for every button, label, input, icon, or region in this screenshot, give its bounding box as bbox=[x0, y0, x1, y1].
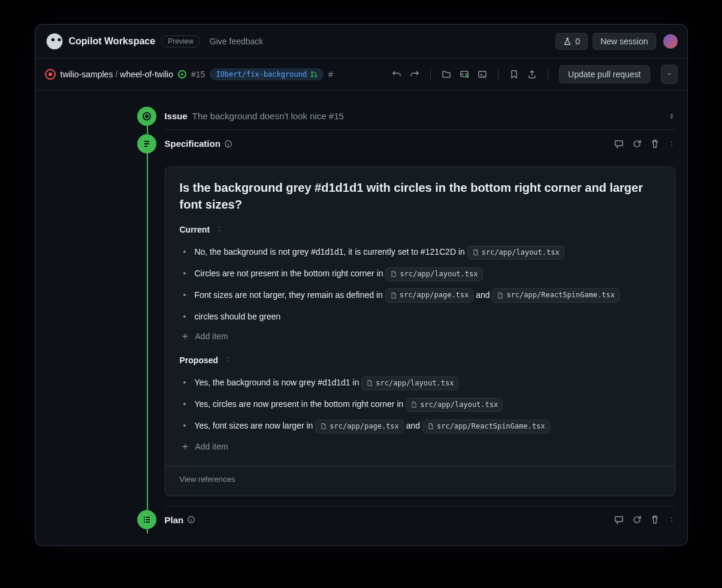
plan-bullet-icon bbox=[137, 510, 156, 529]
spec-question: Is the background grey #d1d1d1 with circ… bbox=[180, 179, 660, 213]
chevron-down-icon bbox=[666, 71, 672, 77]
list-item[interactable]: Circles are not present in the bottom ri… bbox=[180, 263, 660, 285]
current-label: Current bbox=[180, 225, 210, 234]
step-issue: Issue The background doesn't look nice #… bbox=[155, 102, 675, 130]
timeline-rail bbox=[147, 112, 148, 533]
feedback-link[interactable]: Give feedback bbox=[210, 37, 264, 46]
spec-label: Specification bbox=[165, 138, 220, 149]
terminal-button[interactable] bbox=[478, 70, 487, 79]
share-button[interactable] bbox=[527, 70, 537, 79]
step-plan: Plan bbox=[155, 506, 675, 533]
new-session-button[interactable]: New session bbox=[593, 33, 655, 50]
issue-number[interactable]: #15 bbox=[191, 70, 205, 79]
drag-handle[interactable] bbox=[668, 113, 675, 120]
file-chip[interactable]: src/app/page.tsx bbox=[315, 420, 404, 433]
drag-handle[interactable] bbox=[668, 139, 675, 149]
proposed-list: Yes, the background is now grey #d1d1d1 … bbox=[180, 372, 660, 437]
info-icon[interactable] bbox=[224, 140, 232, 148]
view-references-link[interactable]: View references bbox=[165, 466, 675, 484]
copilot-logo-icon bbox=[45, 32, 64, 51]
update-pr-button[interactable]: Update pull request bbox=[559, 65, 650, 83]
file-chip[interactable]: src/app/layout.tsx bbox=[385, 267, 482, 281]
app-window: Copilot Workspace Preview Give feedback … bbox=[35, 24, 688, 546]
context-bar: twilio-samples/wheel-of-twilio #15 IOber… bbox=[35, 59, 687, 91]
current-list: No, the background is not grey #d1d1d1, … bbox=[180, 242, 660, 327]
svg-point-0 bbox=[312, 72, 313, 74]
file-chip[interactable]: src/app/layout.tsx bbox=[406, 398, 503, 412]
plan-label: Plan bbox=[165, 515, 184, 525]
list-item[interactable]: Yes, circles are now present in the bott… bbox=[180, 394, 660, 415]
undo-button[interactable] bbox=[392, 70, 401, 79]
file-chip[interactable]: src/app/layout.tsx bbox=[361, 376, 458, 390]
codespace-button[interactable] bbox=[460, 70, 469, 79]
info-icon[interactable] bbox=[187, 515, 195, 524]
content-area: Issue The background doesn't look nice #… bbox=[35, 91, 687, 545]
drag-handle[interactable] bbox=[216, 225, 223, 234]
add-item-label: Add item bbox=[195, 442, 228, 451]
step-specification: Specification Is the background grey #d1… bbox=[155, 130, 675, 506]
breadcrumb-repo[interactable]: wheel-of-twilio bbox=[120, 70, 173, 79]
file-chip[interactable]: src/app/page.tsx bbox=[385, 288, 474, 302]
add-item-label: Add item bbox=[195, 331, 228, 341]
comment-button[interactable] bbox=[614, 139, 624, 149]
svg-point-7 bbox=[146, 115, 148, 117]
delete-button[interactable] bbox=[650, 515, 660, 524]
spec-card: Is the background grey #d1d1d1 with circ… bbox=[165, 167, 675, 496]
file-chip[interactable]: src/app/ReactSpinGame.tsx bbox=[422, 420, 550, 433]
list-item[interactable]: No, the background is not grey #d1d1d1, … bbox=[180, 242, 660, 263]
file-chip[interactable]: src/app/ReactSpinGame.tsx bbox=[492, 288, 620, 302]
proposed-section: Proposed Yes, the background is now grey… bbox=[180, 355, 660, 454]
preview-badge: Preview bbox=[161, 35, 200, 47]
breadcrumb[interactable]: twilio-samples/wheel-of-twilio bbox=[61, 70, 174, 79]
issue-icon bbox=[45, 69, 56, 80]
list-item[interactable]: circles should be green bbox=[180, 306, 660, 327]
current-section: Current No, the background is not grey #… bbox=[180, 225, 660, 343]
proposed-label: Proposed bbox=[180, 355, 219, 365]
svg-point-1 bbox=[312, 76, 313, 77]
drag-handle[interactable] bbox=[224, 356, 231, 365]
list-item[interactable]: Yes, the background is now grey #d1d1d1 … bbox=[180, 372, 660, 394]
add-item-button[interactable]: Add item bbox=[180, 327, 660, 343]
comment-button[interactable] bbox=[614, 515, 624, 524]
toolbar: Update pull request bbox=[392, 65, 677, 84]
svg-point-4 bbox=[466, 76, 469, 78]
file-chip[interactable]: src/app/layout.tsx bbox=[467, 246, 564, 260]
status-open-icon bbox=[178, 70, 186, 79]
update-pr-dropdown[interactable] bbox=[661, 65, 678, 84]
issue-label: Issue bbox=[165, 111, 188, 121]
folder-button[interactable] bbox=[442, 70, 451, 79]
app-title: Copilot Workspace bbox=[69, 36, 156, 47]
issue-bullet-icon bbox=[137, 107, 156, 126]
plus-icon bbox=[181, 442, 189, 451]
drag-handle[interactable] bbox=[668, 515, 675, 524]
experiments-count: 0 bbox=[575, 37, 580, 46]
svg-rect-5 bbox=[479, 71, 486, 77]
list-item[interactable]: Yes, font sizes are now larger in src/ap… bbox=[180, 415, 660, 437]
svg-point-2 bbox=[315, 76, 317, 77]
hash-input[interactable]: # bbox=[328, 70, 333, 79]
refresh-button[interactable] bbox=[632, 139, 642, 149]
spec-bullet-icon bbox=[137, 134, 156, 153]
breadcrumb-owner[interactable]: twilio-samples bbox=[61, 70, 113, 79]
list-item[interactable]: Font sizes are not larger, they remain a… bbox=[180, 285, 660, 306]
user-avatar[interactable] bbox=[663, 34, 678, 49]
redo-button[interactable] bbox=[410, 70, 419, 79]
plus-icon bbox=[181, 332, 189, 340]
branch-name: IObert/fix-background bbox=[216, 70, 307, 79]
flask-icon bbox=[563, 37, 572, 46]
timeline: Issue The background doesn't look nice #… bbox=[155, 102, 675, 533]
experiments-button[interactable]: 0 bbox=[555, 33, 588, 50]
git-pr-icon bbox=[310, 71, 318, 78]
top-bar: Copilot Workspace Preview Give feedback … bbox=[35, 25, 687, 59]
issue-title[interactable]: The background doesn't look nice #15 bbox=[192, 111, 344, 121]
bookmark-button[interactable] bbox=[509, 70, 519, 79]
delete-button[interactable] bbox=[650, 139, 660, 149]
add-item-button[interactable]: Add item bbox=[180, 437, 660, 454]
refresh-button[interactable] bbox=[632, 515, 642, 524]
branch-pill[interactable]: IObert/fix-background bbox=[210, 68, 324, 80]
